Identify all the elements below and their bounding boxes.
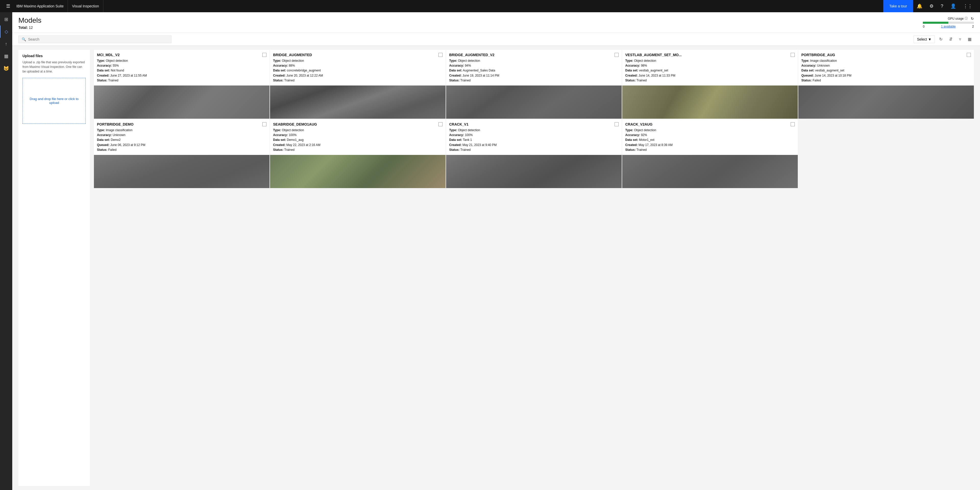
model-card-title: SEABRIDGE_DEMO1AUG (273, 122, 438, 126)
upload-title: Upload files (22, 54, 86, 58)
notifications-icon[interactable]: 🔔 (913, 0, 926, 12)
gpu-available-link[interactable]: 1 available (941, 25, 956, 28)
model-card-info: PORTBRIDGE_DEMO Type: Image classificati… (97, 122, 262, 152)
model-date-field: Queued: June 14, 2023 at 10:18 PM (801, 73, 967, 78)
model-type-field: Type: Object detection (97, 59, 262, 63)
take-tour-button[interactable]: Take a tour (883, 0, 913, 12)
model-card-title: CRACK_V2AUG (625, 122, 791, 126)
model-card-portbridge-demo[interactable]: PORTBRIDGE_DEMO Type: Image classificati… (94, 119, 269, 188)
model-status-field: Status: Trained (273, 78, 438, 83)
model-accuracy-field: Accuracy: 88% (273, 63, 438, 68)
model-card-checkbox[interactable] (262, 122, 266, 126)
model-accuracy-field: Accuracy: 100% (273, 133, 438, 138)
model-card-image (94, 86, 269, 119)
model-accuracy-field: Accuracy: 92% (625, 133, 791, 138)
model-dataset-field: Data set: Augmented_Sales Data (449, 68, 614, 73)
sidebar-item-models[interactable]: 😺 (0, 62, 12, 75)
model-type-field: Type: Image classification (801, 59, 967, 63)
page-header: Models Total: 12 GPU usage ⓘ ↻ 0 (12, 12, 980, 33)
gpu-usage-label: GPU usage (948, 17, 964, 21)
model-card-info: VESTLAB_AUGMENT_SET_MO... Type: Object d… (625, 53, 791, 83)
model-card-header: CRACK_V2AUG Type: Object detection Accur… (622, 119, 798, 152)
model-card-seabridge-demo1aug[interactable]: SEABRIDGE_DEMO1AUG Type: Object detectio… (270, 119, 445, 188)
model-card-checkbox[interactable] (614, 53, 619, 57)
model-type-field: Type: Object detection (625, 59, 791, 63)
model-card-checkbox[interactable] (262, 53, 266, 57)
model-card-vestlab-augment-set-mo[interactable]: VESTLAB_AUGMENT_SET_MO... Type: Object d… (622, 50, 798, 119)
model-card-title: PORTBRIDGE_DEMO (97, 122, 262, 126)
model-card-image (446, 86, 622, 119)
gpu-refresh-button[interactable]: ↻ (971, 17, 974, 21)
toolbar: 🔍 Select ▼ ↻ ⇵ ▿ ▦ (12, 33, 980, 46)
model-card-portbridge-aug[interactable]: PORTBRIDGE_AUG Type: Image classificatio… (798, 50, 974, 119)
model-card-checkbox[interactable] (791, 53, 795, 57)
model-card-crack-v2aug[interactable]: CRACK_V2AUG Type: Object detection Accur… (622, 119, 798, 188)
select-button[interactable]: Select ▼ (914, 35, 935, 43)
model-date-field: Created: May 22, 2023 at 2:16 AM (273, 143, 438, 148)
model-dataset-field: Data set: Not found (97, 68, 262, 73)
gpu-info-icon[interactable]: ⓘ (965, 16, 968, 21)
model-type-field: Type: Image classification (97, 128, 262, 133)
search-box[interactable]: 🔍 (18, 35, 172, 43)
model-card-title: CRACK_V1 (449, 122, 614, 126)
model-card-image (622, 155, 798, 188)
model-card-title: BRIDGE_AUGMENTED_V2 (449, 53, 614, 57)
model-card-info: BRIDGE_AUGMENTED Type: Object detection … (273, 53, 438, 83)
settings-icon[interactable]: ⚙ (926, 0, 937, 12)
model-card-info: BRIDGE_AUGMENTED_V2 Type: Object detecti… (449, 53, 614, 83)
brand-area: IBM Maximo Application Suite (12, 0, 68, 12)
upload-drop-zone[interactable]: Drag and drop file here or click to uplo… (22, 78, 86, 124)
model-date-field: Created: June 20, 2023 at 12:22 AM (273, 73, 438, 78)
model-date-field: Created: May 21, 2023 at 9:40 PM (449, 143, 614, 148)
sort-button[interactable]: ⇵ (947, 35, 955, 43)
model-status-field: Status: Trained (625, 148, 791, 152)
model-grid: MCI_MDL_V2 Type: Object detection Accura… (94, 50, 974, 486)
model-date-field: Created: June 19, 2023 at 11:14 PM (449, 73, 614, 78)
refresh-button[interactable]: ↻ (937, 35, 945, 43)
gpu-usage-panel: GPU usage ⓘ ↻ 0 1 available 2 (923, 16, 974, 28)
sidebar-item-upload[interactable]: ↑ (0, 38, 12, 50)
model-accuracy-field: Accuracy: 100% (449, 133, 614, 138)
model-card-image (270, 155, 445, 188)
sidebar-item-inspection[interactable]: ◇ (0, 25, 12, 38)
sidebar-item-home[interactable]: ⊞ (0, 13, 12, 25)
model-card-info: CRACK_V2AUG Type: Object detection Accur… (625, 122, 791, 152)
grid-view-button[interactable]: ▦ (966, 35, 974, 43)
upload-description: Upload a .zip file that was previously e… (22, 60, 86, 74)
model-card-bridge-augmented[interactable]: BRIDGE_AUGMENTED Type: Object detection … (270, 50, 445, 119)
hamburger-menu[interactable]: ☰ (4, 1, 12, 11)
search-input[interactable] (28, 37, 168, 41)
chevron-down-icon: ▼ (928, 37, 932, 41)
model-card-header: VESTLAB_AUGMENT_SET_MO... Type: Object d… (622, 50, 798, 83)
model-card-header: PORTBRIDGE_DEMO Type: Image classificati… (94, 119, 269, 152)
model-accuracy-field: Accuracy: 98% (625, 63, 791, 68)
model-dataset-field: Data set: vestlab_augment_set (801, 68, 967, 73)
model-status-field: Status: Failed (97, 148, 262, 152)
sidebar-item-datasets[interactable]: ▦ (0, 50, 12, 62)
model-card-bridge-augmented-v2[interactable]: BRIDGE_AUGMENTED_V2 Type: Object detecti… (446, 50, 622, 119)
model-status-field: Status: Failed (801, 78, 967, 83)
filter-button[interactable]: ▿ (957, 35, 963, 43)
model-card-mci-mdl-v2[interactable]: MCI_MDL_V2 Type: Object detection Accura… (94, 50, 269, 119)
model-type-field: Type: Object detection (273, 59, 438, 63)
model-dataset-field: Data set: vestlab_augment_set (625, 68, 791, 73)
model-card-checkbox[interactable] (967, 53, 971, 57)
model-status-field: Status: Trained (273, 148, 438, 152)
model-card-checkbox[interactable] (438, 122, 442, 126)
model-card-checkbox[interactable] (438, 53, 442, 57)
apps-icon[interactable]: ⋮⋮ (959, 0, 976, 12)
top-navigation: ☰ IBM Maximo Application Suite Visual In… (0, 0, 980, 12)
model-card-header: PORTBRIDGE_AUG Type: Image classificatio… (798, 50, 974, 83)
model-dataset-field: Data set: Demo2 (97, 138, 262, 142)
model-card-crack-v1[interactable]: CRACK_V1 Type: Object detection Accuracy… (446, 119, 622, 188)
page-title: Models (18, 16, 41, 24)
model-card-title: MCI_MDL_V2 (97, 53, 262, 57)
model-card-checkbox[interactable] (614, 122, 619, 126)
user-icon[interactable]: 👤 (947, 0, 959, 12)
model-card-image (798, 86, 974, 119)
model-card-image (94, 155, 269, 188)
model-card-header: SEABRIDGE_DEMO1AUG Type: Object detectio… (270, 119, 445, 152)
model-card-image (446, 155, 622, 188)
help-icon[interactable]: ? (937, 0, 947, 12)
model-card-checkbox[interactable] (791, 122, 795, 126)
